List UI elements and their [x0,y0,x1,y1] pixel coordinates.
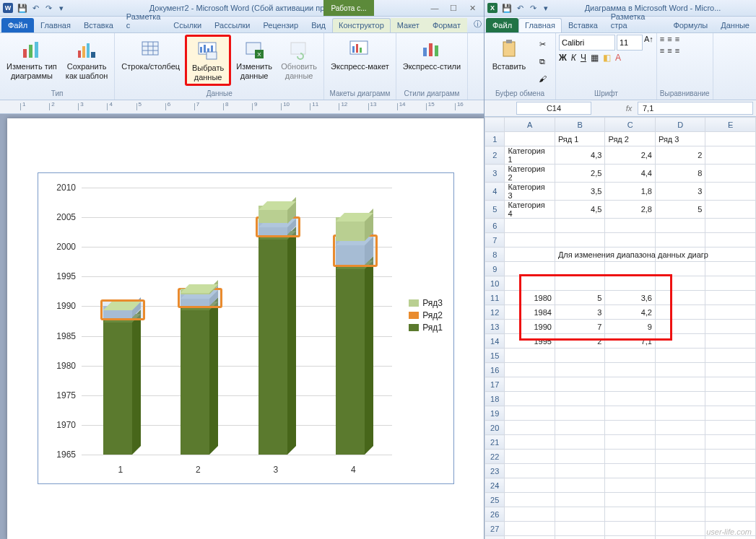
minimize-icon[interactable]: — [426,2,443,14]
cell[interactable] [605,536,656,540]
cell[interactable] [605,464,656,478]
chart[interactable]: 1965197019751980198519901995200020052010… [38,172,454,484]
cell[interactable] [605,363,656,377]
tab-home[interactable]: Главная [34,18,77,32]
col-header[interactable]: C [605,118,656,132]
row-header[interactable]: 17 [485,377,505,392]
cell[interactable] [705,377,756,392]
cell[interactable]: 7,1 [605,334,656,349]
row-header[interactable]: 20 [485,421,505,435]
row-header[interactable]: 21 [485,435,505,450]
cell[interactable] [505,493,555,507]
express-layout-button[interactable]: Экспресс-макет [327,35,393,74]
format-painter-icon[interactable]: 🖌 [534,71,551,87]
cell[interactable] [655,478,705,493]
switch-row-column-button[interactable]: Строка/столбец [118,35,183,74]
cell[interactable] [505,406,555,421]
cell[interactable]: 7 [555,320,605,334]
cell[interactable] [505,262,555,276]
cell[interactable] [655,450,705,464]
row-header[interactable]: 13 [485,320,505,334]
cell[interactable] [655,291,705,305]
cell[interactable] [505,377,555,392]
cell[interactable] [655,276,705,291]
row-header[interactable]: 27 [485,522,505,536]
row-header[interactable]: 7 [485,233,505,247]
cell[interactable]: 3,6 [605,291,656,305]
cell[interactable] [555,406,605,421]
cell[interactable] [555,536,605,540]
cell[interactable]: 3 [555,305,605,320]
cell[interactable]: 4,4 [605,165,656,183]
cell[interactable] [705,247,756,262]
row-header[interactable]: 3 [485,165,505,183]
excel-tab-layout[interactable]: Разметка стра [604,9,667,32]
cell[interactable]: 8 [655,165,705,183]
undo-icon[interactable]: ↶ [515,3,525,13]
cell[interactable]: 1990 [505,320,555,334]
row-header[interactable]: 2 [485,146,505,165]
cell[interactable] [705,276,756,291]
cell[interactable] [555,392,605,406]
cell[interactable] [605,478,656,493]
cell[interactable] [655,219,705,233]
undo-icon[interactable]: ↶ [30,3,40,13]
tab-format[interactable]: Формат [426,18,467,32]
tab-review[interactable]: Рецензир [256,18,305,32]
row-header[interactable]: 6 [485,219,505,233]
cell[interactable] [555,233,605,247]
cell[interactable] [655,464,705,478]
save-icon[interactable]: 💾 [502,3,512,13]
cell[interactable] [555,377,605,392]
cell[interactable] [605,377,656,392]
cell[interactable]: 2,4 [605,146,656,165]
fill-color-icon[interactable]: ◧ [603,53,611,63]
cell[interactable] [655,435,705,450]
row-header[interactable]: 28 [485,536,505,540]
cell[interactable] [555,262,605,276]
redo-icon[interactable]: ↷ [528,3,538,13]
cell[interactable] [705,406,756,421]
cell[interactable] [705,291,756,305]
cell[interactable] [555,421,605,435]
cell[interactable] [605,233,656,247]
align-right-icon[interactable]: ≡ [675,46,679,55]
cell[interactable] [705,305,756,320]
align-bottom-icon[interactable]: ≡ [675,35,679,43]
cell[interactable] [605,435,656,450]
cell[interactable] [705,493,756,507]
cell[interactable]: 4,2 [605,305,656,320]
align-center-icon[interactable]: ≡ [667,46,672,55]
cell[interactable] [505,132,555,146]
copy-icon[interactable]: ⧉ [534,53,551,69]
cell[interactable] [655,536,705,540]
cell[interactable]: 2,8 [605,201,656,219]
row-header[interactable]: 26 [485,507,505,522]
save-template-button[interactable]: Сохранить как шаблон [62,35,112,83]
cell[interactable] [655,320,705,334]
express-styles-button[interactable]: Экспресс-стили [399,35,464,74]
cell[interactable]: 1995 [505,334,555,349]
cell[interactable] [655,392,705,406]
fx-icon[interactable]: fx [620,104,638,113]
cell[interactable] [555,219,605,233]
row-header[interactable]: 14 [485,334,505,349]
cell[interactable]: Ряд 3 [655,132,705,146]
row-header[interactable]: 11 [485,291,505,305]
cell[interactable] [705,262,756,276]
cell[interactable] [555,522,605,536]
cell[interactable] [505,392,555,406]
cell[interactable] [605,392,656,406]
row-header[interactable]: 1 [485,132,505,146]
cell[interactable] [605,219,656,233]
cell[interactable] [605,450,656,464]
row-header[interactable]: 16 [485,363,505,377]
font-color-icon[interactable]: A [615,53,621,63]
cell[interactable] [705,464,756,478]
tab-design[interactable]: Конструктор [332,18,391,32]
cell[interactable] [505,464,555,478]
row-header[interactable]: 25 [485,493,505,507]
cell[interactable] [605,493,656,507]
qat-more-icon[interactable]: ▾ [56,3,66,13]
cell[interactable] [605,421,656,435]
